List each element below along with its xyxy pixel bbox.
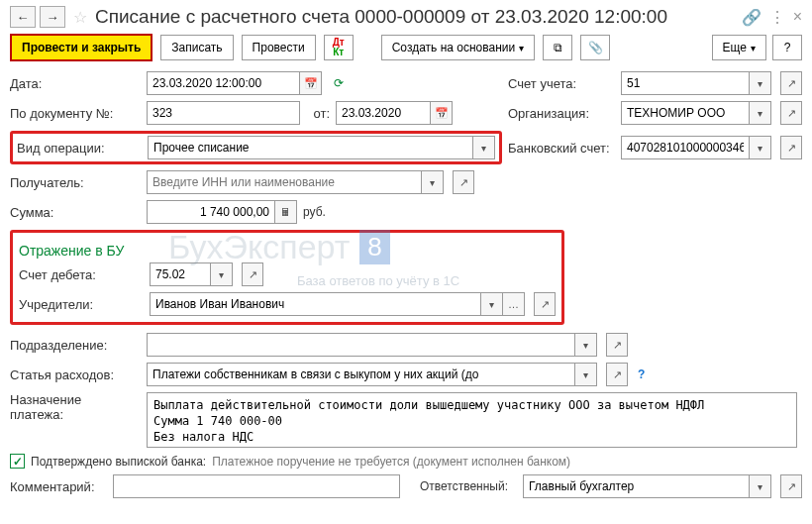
dtkt-icon: ДтКт <box>333 38 345 57</box>
expense-open[interactable] <box>606 363 628 386</box>
docdate-input[interactable] <box>336 101 431 125</box>
docdate-cal-button[interactable] <box>431 101 453 125</box>
calendar-icon <box>304 77 318 90</box>
docno-label: По документу №: <box>10 106 141 121</box>
bankacc-dropdown[interactable] <box>750 136 771 159</box>
write-button[interactable]: Записать <box>160 35 233 60</box>
payee-label: Получатель: <box>10 175 141 190</box>
purpose-textarea[interactable] <box>147 392 797 448</box>
bankacc-open[interactable] <box>780 136 802 159</box>
bankacc-label: Банковский счет: <box>508 141 615 156</box>
responsible-label: Ответственный: <box>406 479 517 493</box>
currency-label: руб. <box>303 205 326 219</box>
comment-label: Комментарий: <box>10 479 107 494</box>
more-title-icon[interactable]: ⋮ <box>769 8 785 27</box>
from-label: от: <box>306 106 330 121</box>
payee-dropdown[interactable] <box>422 170 444 194</box>
founders-dropdown[interactable] <box>481 292 503 316</box>
optype-dropdown[interactable] <box>473 136 495 159</box>
help-button[interactable]: ? <box>772 35 802 60</box>
subdiv-dropdown[interactable] <box>575 333 597 357</box>
account-dropdown[interactable] <box>750 71 771 95</box>
calendar-button[interactable] <box>300 71 322 95</box>
nav-back-button[interactable]: ← <box>10 6 36 28</box>
optype-input[interactable] <box>148 136 473 159</box>
post-button[interactable]: Провести <box>242 35 316 60</box>
expense-input[interactable] <box>147 363 575 386</box>
org-dropdown[interactable] <box>750 101 771 125</box>
payee-open[interactable] <box>453 170 474 194</box>
attach-button[interactable]: 📎 <box>580 35 610 60</box>
amount-input[interactable] <box>147 200 275 224</box>
debit-dropdown[interactable] <box>211 262 233 286</box>
confirmed-note: Платежное поручение не требуется (докуме… <box>212 455 570 469</box>
chevron-down-icon <box>519 41 524 54</box>
account-open[interactable] <box>780 71 802 95</box>
amount-label: Сумма: <box>10 205 141 220</box>
account-input[interactable] <box>621 71 750 95</box>
calc-button[interactable] <box>275 200 297 224</box>
nav-forward-button[interactable]: → <box>40 6 65 28</box>
founders-input[interactable] <box>150 292 481 316</box>
link-icon[interactable]: 🔗 <box>742 8 761 27</box>
responsible-open[interactable] <box>780 474 802 498</box>
payee-input[interactable] <box>147 170 422 194</box>
date-input[interactable] <box>147 71 300 95</box>
optype-label: Вид операции: <box>17 141 142 156</box>
org-label: Организация: <box>508 106 615 121</box>
debit-label: Счет дебета: <box>19 267 144 282</box>
subdiv-input[interactable] <box>147 333 575 357</box>
founders-dots[interactable]: … <box>503 292 525 316</box>
more-button[interactable]: Еще <box>712 35 766 60</box>
docno-input[interactable] <box>147 101 300 125</box>
date-label: Дата: <box>10 76 141 91</box>
favorite-icon[interactable]: ☆ <box>73 8 87 27</box>
founders-open[interactable] <box>534 292 556 316</box>
subdiv-label: Подразделение: <box>10 338 141 353</box>
expense-dropdown[interactable] <box>575 363 597 386</box>
responsible-dropdown[interactable] <box>750 474 771 498</box>
refresh-icon[interactable]: ⟳ <box>334 76 344 90</box>
purpose-label: Назначениеплатежа: <box>10 392 141 422</box>
responsible-input[interactable] <box>523 474 750 498</box>
expense-help[interactable]: ? <box>638 367 645 381</box>
confirmed-checkbox[interactable]: ✓ <box>10 454 25 469</box>
structure-button[interactable]: ⧉ <box>543 35 572 60</box>
expense-label: Статья расходов: <box>10 367 141 382</box>
account-label: Счет учета: <box>508 76 615 91</box>
create-based-button[interactable]: Создать на основании <box>381 35 536 60</box>
debit-input[interactable] <box>150 262 211 286</box>
bankacc-input[interactable] <box>621 136 750 159</box>
comment-input[interactable] <box>113 474 400 498</box>
post-close-button[interactable]: Провести и закрыть <box>10 34 152 61</box>
subdiv-open[interactable] <box>606 333 628 357</box>
confirmed-label: Подтверждено выпиской банка: <box>31 455 206 469</box>
bu-section-title: Отражение в БУ <box>19 243 556 259</box>
debit-open[interactable] <box>242 262 263 286</box>
close-icon[interactable]: × <box>793 8 802 26</box>
founders-label: Учредители: <box>19 297 144 312</box>
page-title: Списание с расчетного счета 0000-000009 … <box>95 6 738 28</box>
chevron-down-icon <box>751 41 756 54</box>
dtkt-button[interactable]: ДтКт <box>324 35 354 60</box>
org-open[interactable] <box>780 101 802 125</box>
org-input[interactable] <box>621 101 750 125</box>
